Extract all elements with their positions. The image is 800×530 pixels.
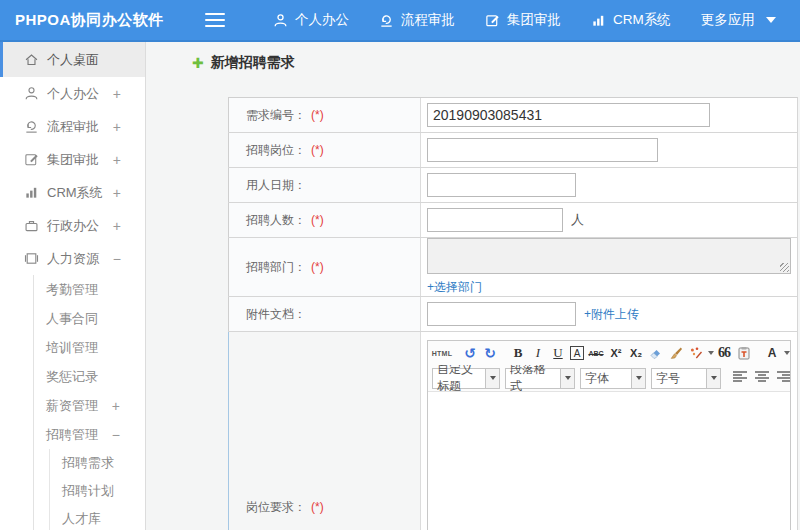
undo-icon[interactable]: ↺	[462, 344, 478, 362]
sidebar-item-rewards[interactable]: 奖惩记录	[34, 362, 145, 391]
sidebar-item-workflow-approval[interactable]: 流程审批 +	[0, 110, 145, 143]
field-value-cell: HTML ↺ ↻ B I U A ABC X² X₂	[421, 332, 797, 530]
nav-crm-system[interactable]: CRM系统	[591, 11, 671, 29]
demand-no-input[interactable]	[427, 103, 710, 127]
sidebar: 个人桌面 个人办公 + 流程审批 + 集团审批 + CRM系统 + 行政办公 +…	[0, 42, 146, 530]
italic-button[interactable]: I	[530, 344, 546, 362]
expand-icon[interactable]: +	[113, 86, 121, 102]
editor-content-area[interactable]	[428, 392, 790, 530]
align-center-icon[interactable]	[755, 371, 770, 386]
sidebar-item-label: 招聘计划	[62, 482, 114, 500]
user-icon	[24, 86, 39, 101]
sidebar-item-label: 薪资管理	[46, 397, 98, 415]
required-mark: (*)	[311, 500, 324, 514]
field-label: 用人日期：	[228, 168, 421, 202]
sidebar-item-recruitment[interactable]: 招聘管理 −	[34, 420, 145, 449]
superscript-button[interactable]: X²	[608, 344, 624, 362]
html-source-button[interactable]: HTML	[434, 344, 450, 362]
font-color-button[interactable]: A	[764, 344, 780, 362]
field-label: 招聘人数： (*)	[228, 203, 421, 237]
custom-title-select[interactable]: 自定义标题	[432, 368, 500, 389]
format-brush-icon[interactable]	[668, 344, 684, 362]
align-left-icon[interactable]	[733, 371, 748, 386]
field-value-cell: +选择部门	[421, 238, 797, 296]
attachment-input[interactable]	[427, 302, 576, 326]
collapse-icon[interactable]: −	[113, 251, 121, 267]
app-logo: PHPOA协同办公软件	[15, 11, 193, 30]
underline-button[interactable]: U	[550, 344, 566, 362]
editor-toolbar-row1: HTML ↺ ↻ B I U A ABC X² X₂	[428, 341, 790, 365]
char-border-button[interactable]: A	[570, 346, 584, 360]
font-family-select[interactable]: 字体	[580, 368, 646, 389]
form-row-attachment: 附件文档： +附件上传	[228, 297, 797, 332]
redo-icon[interactable]: ↻	[482, 344, 498, 362]
sidebar-item-talent-pool[interactable]: 人才库	[50, 505, 145, 530]
sidebar-item-label: CRM系统	[47, 184, 103, 202]
menu-toggle-icon[interactable]	[205, 13, 225, 27]
nav-personal-office[interactable]: 个人办公	[273, 11, 349, 29]
sidebar-item-desktop[interactable]: 个人桌面	[0, 42, 145, 77]
expand-icon[interactable]: +	[112, 398, 120, 414]
sidebar-item-label: 个人桌面	[47, 51, 99, 69]
sidebar-item-label: 人事合同	[46, 310, 98, 328]
page-title: ✚ 新增招聘需求	[192, 54, 295, 72]
sidebar-item-training[interactable]: 培训管理	[34, 333, 145, 362]
sidebar-item-recruit-demand[interactable]: 招聘需求	[50, 449, 145, 477]
expand-icon[interactable]: +	[113, 218, 121, 234]
edit-icon	[485, 13, 500, 28]
eraser-icon[interactable]	[648, 344, 664, 362]
collapse-icon[interactable]: −	[112, 427, 120, 443]
form-row-headcount: 招聘人数： (*) 人	[228, 203, 797, 238]
subscript-button[interactable]: X₂	[628, 344, 644, 362]
sidebar-item-hr-contract[interactable]: 人事合同	[34, 304, 145, 333]
field-value-cell: 人	[421, 203, 797, 237]
sidebar-item-personal-office[interactable]: 个人办公 +	[0, 77, 145, 110]
nav-label: 更多应用	[701, 11, 755, 29]
font-size-select[interactable]: 字号	[651, 368, 721, 389]
sidebar-item-administration[interactable]: 行政办公 +	[0, 209, 145, 242]
sidebar-item-recruit-plan[interactable]: 招聘计划	[50, 477, 145, 505]
nav-group-approval[interactable]: 集团审批	[485, 11, 561, 29]
select-department-link[interactable]: +选择部门	[427, 279, 482, 296]
sidebar-item-attendance[interactable]: 考勤管理	[34, 275, 145, 304]
label-text: 招聘岗位：	[246, 142, 306, 159]
sidebar-item-group-approval[interactable]: 集团审批 +	[0, 143, 145, 176]
caret-down-icon[interactable]	[784, 351, 790, 355]
scrawl-color-icon[interactable]	[688, 344, 704, 362]
paste-text-icon[interactable]	[736, 344, 752, 362]
attachment-upload-link[interactable]: +附件上传	[584, 306, 639, 323]
caret-down-icon[interactable]	[708, 351, 714, 355]
expand-icon[interactable]: +	[113, 185, 121, 201]
blockquote-button[interactable]: 66	[716, 344, 732, 362]
headcount-input[interactable]	[427, 208, 563, 232]
sidebar-item-label: 考勤管理	[46, 281, 98, 299]
edit-icon	[24, 152, 39, 167]
sidebar-item-label: 人才库	[62, 510, 101, 528]
bar-chart-icon	[591, 13, 606, 28]
nav-label: 个人办公	[295, 11, 349, 29]
select-value: 自定义标题	[433, 365, 485, 392]
field-label: 招聘岗位： (*)	[228, 133, 421, 167]
nav-more-apps[interactable]: 更多应用	[701, 11, 776, 29]
bold-button[interactable]: B	[510, 344, 526, 362]
sidebar-item-hr[interactable]: 人力资源 −	[0, 242, 145, 275]
expand-icon[interactable]: +	[113, 119, 121, 135]
position-input[interactable]	[427, 138, 658, 162]
sidebar-item-crm[interactable]: CRM系统 +	[0, 176, 145, 209]
recruitment-submenu: 招聘需求 招聘计划 人才库	[49, 449, 145, 530]
strikethrough-button[interactable]: ABC	[588, 344, 604, 362]
align-right-icon[interactable]	[777, 371, 790, 386]
sidebar-item-label: 培训管理	[46, 339, 98, 357]
sidebar-item-salary[interactable]: 薪资管理 +	[34, 391, 145, 420]
expand-icon[interactable]: +	[113, 152, 121, 168]
user-icon	[273, 13, 288, 28]
department-textarea[interactable]	[427, 238, 791, 274]
field-value-cell	[421, 133, 797, 167]
paragraph-format-select[interactable]: 段落格式	[505, 368, 575, 389]
flow-approval-icon	[379, 13, 394, 28]
required-mark: (*)	[311, 143, 324, 157]
required-mark: (*)	[311, 213, 324, 227]
label-text: 招聘人数：	[246, 212, 306, 229]
hire-date-input[interactable]	[427, 173, 576, 197]
nav-workflow-approval[interactable]: 流程审批	[379, 11, 455, 29]
